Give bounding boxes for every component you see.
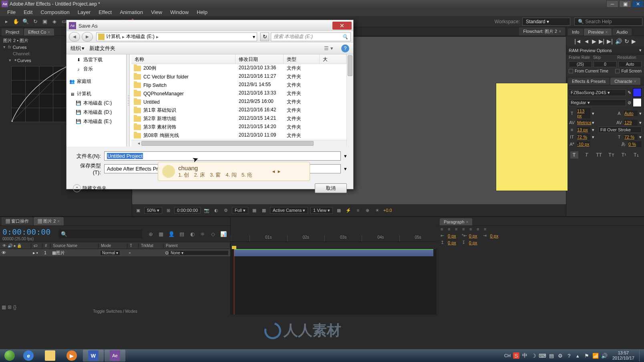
tray-menu-icon[interactable]: ▤ xyxy=(548,352,555,359)
fill-color-swatch[interactable] xyxy=(633,88,642,97)
timeline-bin-icon[interactable]: ⊞ xyxy=(8,304,12,310)
file-row[interactable]: 第08章 绚丽光线2012/10/10 11:09文件夹 xyxy=(131,131,346,140)
menu-animation[interactable]: Animation xyxy=(116,8,147,16)
tree-computer[interactable]: 🖥计算机 xyxy=(66,89,126,99)
ime-prev-button[interactable]: ◄ xyxy=(271,169,276,174)
indent-first-input[interactable]: 0 px xyxy=(469,233,477,238)
file-list[interactable]: 200例2012/10/10 13:36文件夹CC Vector Blur fo… xyxy=(131,64,346,140)
auto-keyframe-button[interactable]: ◇ xyxy=(209,230,217,237)
time-ruler[interactable]: 01s 02s 03s 04s 05s xyxy=(231,226,437,242)
ime-candidate-5[interactable]: 5. 疮 xyxy=(242,171,252,179)
ime-candidate-4[interactable]: 4. 闯 xyxy=(225,171,236,179)
tray-help-icon[interactable]: ? xyxy=(566,352,572,359)
menu-effect[interactable]: Effect xyxy=(95,8,116,16)
hide-shy-button[interactable]: 👤 xyxy=(167,230,175,237)
tray-hide-icon[interactable]: ▴ xyxy=(575,352,581,359)
tray-clock[interactable]: 13:57 2012/10/17 xyxy=(612,350,634,361)
menu-view[interactable]: View xyxy=(147,8,166,16)
timeline-search-icon[interactable]: 🔍 xyxy=(61,231,67,237)
minimize-button[interactable]: ─ xyxy=(606,0,618,8)
filename-input[interactable]: Untitled Project xyxy=(104,151,341,161)
tab-comp-timeline[interactable]: ▦ 图片 2× xyxy=(34,217,64,225)
tree-homegroup[interactable]: 👥家庭组 xyxy=(66,77,126,86)
menu-layer[interactable]: Layer xyxy=(74,8,95,16)
align-right-button[interactable]: ≡ xyxy=(455,227,461,231)
show-desktop-button[interactable] xyxy=(639,350,642,362)
col-num-header[interactable]: # xyxy=(42,243,50,248)
align-left-button[interactable]: ≡ xyxy=(441,227,446,231)
ime-next-button[interactable]: ► xyxy=(277,169,282,174)
taskbar-word[interactable]: W xyxy=(83,350,104,362)
first-frame-button[interactable]: |◄ xyxy=(574,38,582,44)
mute-button[interactable]: 🔊 xyxy=(615,38,622,44)
rotation-tool[interactable]: ↻ xyxy=(31,17,40,26)
tree-music[interactable]: ♪音乐 xyxy=(66,64,126,74)
tab-info[interactable]: Info xyxy=(568,28,583,36)
tray-moon-icon[interactable]: ☽ xyxy=(531,352,537,359)
vscale-input[interactable]: 72 % xyxy=(577,134,590,140)
layer-mode-dropdown[interactable]: Normal ▾ xyxy=(100,250,120,255)
timeline-expand-icon[interactable]: {} xyxy=(13,304,16,310)
parent-dropdown[interactable]: None ▾ xyxy=(169,250,229,255)
snapshot-icon[interactable]: 📷 xyxy=(203,207,210,214)
justify-last-right-button[interactable]: ≡ xyxy=(477,227,482,231)
resolution-dropdown[interactable]: Auto xyxy=(618,61,642,67)
view-count-dropdown[interactable]: 1 View ▾ xyxy=(310,207,333,214)
file-row[interactable]: Flip Switch2012/9/1 14:55文件夹 xyxy=(131,81,346,89)
workspace-dropdown[interactable]: Standard ▾ xyxy=(522,18,570,26)
taskbar-media-player[interactable]: ▶ xyxy=(61,350,82,362)
play-button[interactable]: ▶ xyxy=(592,38,596,44)
taskbar-after-effects[interactable]: Ae xyxy=(105,350,125,362)
roi-icon[interactable]: ▦ xyxy=(251,207,258,214)
hide-folders-toggle[interactable]: ⌃隐藏文件夹 xyxy=(73,184,107,192)
superscript-button[interactable]: T¹ xyxy=(620,151,628,159)
ime-candidate-1[interactable]: 1. 创 xyxy=(178,171,189,179)
last-frame-button[interactable]: ▶| xyxy=(607,38,613,44)
tree-drive-e[interactable]: 💾本地磁盘 (E:) xyxy=(66,117,126,126)
zoom-tool[interactable]: 🔍 xyxy=(21,17,30,26)
ime-candidate-3[interactable]: 3. 窗 xyxy=(210,171,221,179)
stroke-mode-dropdown[interactable]: Fill Over Stroke xyxy=(598,127,642,133)
rgb-icon[interactable]: ⚙ xyxy=(222,207,229,214)
col-t-header[interactable]: T xyxy=(127,243,139,248)
new-folder-button[interactable]: 新建文件夹 xyxy=(89,45,115,52)
col-type-header[interactable]: 类型 xyxy=(284,54,320,64)
dialog-help-button[interactable]: ? xyxy=(341,44,349,52)
frame-rate-dropdown[interactable]: (25) xyxy=(569,61,592,67)
leading-input[interactable]: Auto xyxy=(624,111,638,116)
timeline-new-icon[interactable]: ▦ xyxy=(2,304,6,310)
timeline-icon[interactable]: ≡ xyxy=(354,207,362,214)
layer-bar[interactable] xyxy=(234,249,433,256)
ram-preview-options[interactable]: RAM Preview Options▾ xyxy=(566,46,644,54)
tree-downloads[interactable]: ⬇迅雷下载 xyxy=(66,55,126,64)
tray-sogou-icon[interactable]: S xyxy=(513,352,519,359)
frame-blend-button[interactable]: ▤ xyxy=(178,230,186,237)
comp-canvas[interactable] xyxy=(496,83,568,191)
eyedropper-icon[interactable]: ✎ xyxy=(628,90,631,95)
file-row[interactable]: 第2章 新增功能2012/10/15 14:21文件夹 xyxy=(131,115,346,123)
search-icon[interactable]: 🔍 xyxy=(342,34,348,40)
search-input[interactable]: 搜索 本地磁盘 (E:) 🔍 xyxy=(271,32,351,41)
help-search-input[interactable]: 🔍 Search Help xyxy=(574,18,642,26)
view-mode-dropdown[interactable]: ☰ ▾ xyxy=(324,45,333,51)
organize-button[interactable]: 组织 ▾ xyxy=(70,45,85,52)
bold-button[interactable]: T xyxy=(570,151,578,159)
subscript-button[interactable]: T₁ xyxy=(632,151,640,159)
tree-drive-c[interactable]: 💾本地磁盘 (C:) xyxy=(66,99,126,108)
tsume-input[interactable]: 0 % xyxy=(628,141,642,147)
graph-editor-button[interactable]: 📊 xyxy=(219,230,227,237)
col-trkmat-header[interactable]: TrkMat xyxy=(139,243,163,248)
draft-3d-button[interactable]: ▦ xyxy=(157,230,165,237)
italic-button[interactable]: T xyxy=(583,151,591,159)
folder-tree[interactable]: ⬇迅雷下载 ♪音乐 👥家庭组 🖥计算机 💾本地磁盘 (C:) 💾本地磁盘 (D:… xyxy=(66,54,127,147)
fast-preview-icon[interactable]: ⚡ xyxy=(345,207,352,214)
channel-icon[interactable]: ◐ xyxy=(213,207,220,214)
next-frame-button[interactable]: ▶| xyxy=(599,38,605,44)
timeline-track-area[interactable] xyxy=(231,249,437,315)
comp-flowchart-icon[interactable]: ⊕ xyxy=(364,207,371,214)
justify-last-center-button[interactable]: ≡ xyxy=(469,227,475,231)
tab-preview[interactable]: Preview× xyxy=(584,28,612,36)
tray-lang[interactable]: CH xyxy=(504,353,511,358)
tab-flowchart[interactable]: Flowchart: 图片 2× xyxy=(519,27,565,36)
camera-dropdown[interactable]: Active Camera ▾ xyxy=(270,207,308,214)
